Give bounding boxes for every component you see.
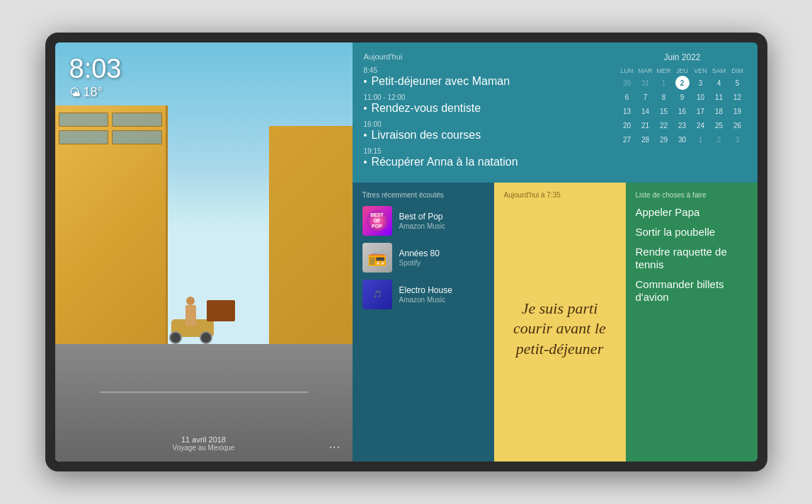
- cal-5: 5: [729, 76, 746, 89]
- agenda-item-0: 8:45 • Petit-déjeuner avec Maman: [364, 67, 607, 88]
- agenda-time-2: 16:00: [364, 120, 607, 128]
- road-line: [100, 391, 308, 393]
- agenda-left: Aujourd'hui 8:45 • Petit-déjeuner avec M…: [364, 52, 607, 174]
- cal-today: 2: [674, 76, 691, 89]
- calendar-section: Juin 2022 LUN MAR MER JEU VEN SAM DIM 30…: [619, 52, 746, 174]
- todo-item-0: Appeler Papa: [636, 206, 748, 219]
- cal-4: 4: [711, 76, 728, 89]
- todo-section: Liste de choses à faire Appeler Papa Sor…: [626, 183, 757, 462]
- cal-31-may: 31: [637, 76, 654, 89]
- photo-section: 8:03 🌤 18° 11 avril 2018 Voyage au Mexiq…: [55, 42, 353, 462]
- event-title-1: Rendez-vous dentiste: [371, 102, 481, 115]
- event-title-3: Récupérer Anna à la natation: [371, 156, 517, 168]
- album-art-electro: 🎵: [362, 280, 392, 309]
- music-section-title: Titres récemment écoutés: [362, 191, 484, 199]
- music-source-0: Amazon Music: [399, 222, 484, 230]
- cal-header-mar: MAR: [637, 67, 654, 75]
- agenda-event-2: • Livraison des courses: [364, 129, 607, 142]
- cargo: [207, 300, 235, 321]
- boombox-icon: 📻: [367, 243, 387, 273]
- street-bg: [55, 42, 353, 462]
- person-head: [186, 297, 195, 305]
- weather-display: 🌤 18°: [69, 85, 122, 100]
- cal-header-lun: LUN: [619, 67, 636, 75]
- window: [59, 130, 109, 144]
- todo-item-2: Rendre raquette de tennis: [636, 246, 748, 271]
- agenda-item-2: 16:00 • Livraison des courses: [364, 120, 607, 142]
- pop-label: BESTOFPOP: [370, 212, 384, 229]
- weather-icon: 🌤: [69, 86, 81, 99]
- album-art-pop: BESTOFPOP: [362, 206, 392, 236]
- wheel-back: [169, 331, 182, 344]
- music-section: Titres récemment écoutés BESTOFPOP Best …: [353, 183, 494, 462]
- music-source-2: Amazon Music: [399, 296, 484, 304]
- music-item-0[interactable]: BESTOFPOP Best of Pop Amazon Music: [362, 206, 484, 236]
- calendar-grid: LUN MAR MER JEU VEN SAM DIM 30 31 1 2 3 …: [619, 67, 746, 146]
- todo-item-3: Commander billets d'avion: [636, 278, 748, 304]
- cal-header-dim: DIM: [729, 67, 746, 75]
- pop-circle: BESTOFPOP: [367, 210, 388, 231]
- window: [59, 113, 109, 127]
- time-overlay: 8:03 🌤 18°: [69, 55, 122, 100]
- music-source-1: Spotify: [399, 259, 484, 267]
- event-title-0: Petit-déjeuner avec Maman: [371, 75, 510, 88]
- calendar-title: Juin 2022: [619, 52, 746, 62]
- agenda-time-3: 19:15: [364, 147, 607, 155]
- todo-title: Liste de choses à faire: [636, 191, 748, 199]
- bullet: •: [364, 156, 367, 168]
- cal-header-ven: VEN: [692, 67, 709, 75]
- agenda-section: Aujourd'hui 8:45 • Petit-déjeuner avec M…: [353, 42, 757, 183]
- music-info-2: Electro House Amazon Music: [399, 285, 484, 304]
- event-title-2: Livraison des courses: [371, 129, 481, 142]
- windows-left: [59, 113, 163, 144]
- scooter-figure: [168, 305, 224, 344]
- device-frame: 8:03 🌤 18° 11 avril 2018 Voyage au Mexiq…: [45, 33, 767, 471]
- bullet: •: [364, 130, 367, 141]
- agenda-item-1: 11:00 - 12:00 • Rendez-vous dentiste: [364, 93, 607, 115]
- music-title-2: Electro House: [399, 285, 484, 295]
- cal-header-mer: MER: [656, 67, 673, 75]
- temperature: 18°: [84, 85, 103, 100]
- agenda-event-3: • Récupérer Anna à la natation: [364, 156, 607, 168]
- bullet: •: [364, 103, 367, 114]
- music-title-1: Années 80: [399, 248, 484, 258]
- agenda-time-1: 11:00 - 12:00: [364, 93, 607, 101]
- agenda-item-3: 19:15 • Récupérer Anna à la natation: [364, 147, 607, 168]
- music-info-1: Années 80 Spotify: [399, 248, 484, 267]
- music-info-0: Best of Pop Amazon Music: [399, 212, 484, 230]
- window: [112, 113, 162, 127]
- dots-menu[interactable]: ⋮: [328, 442, 341, 454]
- person: [185, 305, 196, 326]
- note-content: Je suis parti courir avant le petit-déje…: [504, 205, 616, 453]
- cal-header-sam: SAM: [711, 67, 728, 75]
- cal-3: 3: [692, 76, 709, 89]
- agenda-event-1: • Rendez-vous dentiste: [364, 102, 607, 115]
- cal-30-may: 30: [619, 76, 636, 89]
- bullet: •: [364, 76, 367, 87]
- music-item-2[interactable]: 🎵 Electro House Amazon Music: [362, 280, 484, 309]
- note-text: Je suis parti courir avant le petit-déje…: [504, 299, 616, 360]
- photo-info: 11 avril 2018 Voyage au Mexique: [55, 435, 353, 452]
- photo-date: 11 avril 2018: [55, 435, 353, 444]
- window: [112, 130, 162, 144]
- photo-location: Voyage au Mexique: [55, 444, 353, 452]
- album-art-annees: 📻: [362, 243, 392, 273]
- screen: 8:03 🌤 18° 11 avril 2018 Voyage au Mexiq…: [55, 42, 757, 462]
- time-display: 8:03: [69, 55, 122, 82]
- electro-icon: 🎵: [373, 280, 382, 309]
- right-panel: Aujourd'hui 8:45 • Petit-déjeuner avec M…: [353, 42, 757, 462]
- note-section: Aujourd'hui à 7:35 Je suis parti courir …: [494, 183, 626, 462]
- bottom-panels: Titres récemment écoutés BESTOFPOP Best …: [353, 183, 757, 462]
- cal-1-may: 1: [656, 76, 673, 89]
- music-title-0: Best of Pop: [399, 212, 484, 222]
- agenda-time-0: 8:45: [364, 67, 607, 74]
- wheel-front: [200, 331, 212, 344]
- agenda-event-0: • Petit-déjeuner avec Maman: [364, 75, 607, 88]
- cal-header-jeu: JEU: [674, 67, 691, 75]
- music-item-1[interactable]: 📻 Années 80 Spotify: [362, 243, 484, 273]
- note-header: Aujourd'hui à 7:35: [504, 191, 616, 199]
- agenda-header: Aujourd'hui: [364, 52, 607, 61]
- todo-item-1: Sortir la poubelle: [636, 226, 748, 239]
